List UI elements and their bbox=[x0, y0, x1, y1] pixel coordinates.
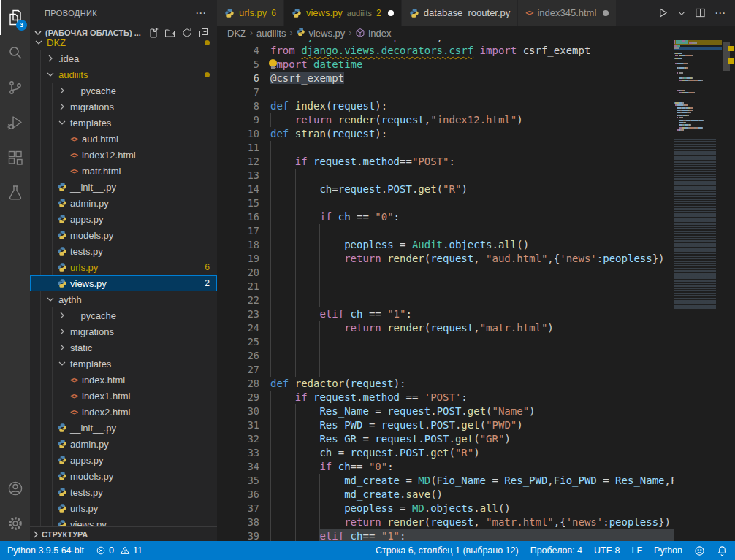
split-editor-icon[interactable] bbox=[695, 7, 706, 18]
search-icon[interactable] bbox=[0, 35, 30, 70]
code-line[interactable]: 37 peopless = MD.objects.all() bbox=[217, 502, 674, 515]
tree-item-templates[interactable]: templates bbox=[30, 115, 217, 131]
tree-item-urls.py[interactable]: urls.py6 bbox=[30, 259, 217, 275]
tree-item-index2.html[interactable]: <>index2.html bbox=[30, 404, 217, 420]
tree-item-DKZ[interactable]: DKZ bbox=[30, 39, 217, 50]
tree-item-index.html[interactable]: <>index.html bbox=[30, 372, 217, 388]
code-line[interactable]: 14 ch=request.POST.get("R") bbox=[217, 183, 674, 196]
tree-item-static[interactable]: static bbox=[30, 340, 217, 356]
code-line[interactable]: 22 bbox=[217, 294, 674, 307]
line-number[interactable]: 16 bbox=[217, 210, 259, 224]
tree-item-admin.py[interactable]: admin.py bbox=[30, 195, 217, 211]
line-number[interactable]: 21 bbox=[217, 280, 259, 294]
testing-icon[interactable] bbox=[0, 175, 30, 210]
feedback-smiley-icon[interactable] bbox=[694, 545, 705, 556]
code-line[interactable]: 34 if ch== "0": bbox=[217, 460, 674, 474]
notifications-bell-icon[interactable] bbox=[717, 545, 728, 556]
tree-item-aud.html[interactable]: <>aud.html bbox=[30, 131, 217, 147]
code-line[interactable]: 6@csrf_exempt bbox=[217, 72, 674, 85]
tree-item-views.py[interactable]: views.py bbox=[30, 516, 217, 527]
tree-item-tests.py[interactable]: tests.py bbox=[30, 484, 217, 500]
account-icon[interactable] bbox=[0, 471, 30, 506]
line-number[interactable]: 17 bbox=[217, 224, 259, 238]
tree-item-index12.html[interactable]: <>index12.html bbox=[30, 147, 217, 163]
line-number[interactable]: 31 bbox=[217, 418, 259, 432]
new-folder-icon[interactable] bbox=[164, 27, 176, 39]
run-debug-icon[interactable] bbox=[0, 105, 30, 140]
line-number[interactable]: 35 bbox=[217, 474, 259, 488]
line-number[interactable]: 39 bbox=[217, 529, 259, 541]
eol-status[interactable]: LF bbox=[631, 545, 642, 556]
line-number[interactable]: 23 bbox=[217, 307, 259, 321]
tree-item-__pycache__[interactable]: __pycache__ bbox=[30, 83, 217, 99]
dirty-dot-icon[interactable] bbox=[388, 10, 394, 16]
code-line[interactable]: 17 bbox=[217, 224, 674, 238]
collapse-all-icon[interactable] bbox=[198, 27, 210, 39]
tree-item-urls.py[interactable]: urls.py bbox=[30, 500, 217, 516]
line-number[interactable]: 24 bbox=[217, 321, 259, 335]
code-line[interactable]: 7 bbox=[217, 85, 674, 99]
tree-item-migrations[interactable]: migrations bbox=[30, 323, 217, 340]
cursor-position-status[interactable]: Строка 6, столбец 1 (выбрано 12) bbox=[376, 545, 519, 556]
indentation-status[interactable]: Пробелов: 4 bbox=[530, 545, 582, 556]
line-number[interactable]: 32 bbox=[217, 432, 259, 446]
outline-section-header[interactable]: СТРУКТУРА bbox=[30, 526, 217, 541]
line-number[interactable]: 18 bbox=[217, 238, 259, 252]
code-line[interactable]: 24 return render(request,"matr.html") bbox=[217, 321, 674, 335]
line-number[interactable]: 7 bbox=[217, 85, 259, 99]
line-number[interactable]: 14 bbox=[217, 183, 259, 196]
code-editor[interactable]: 3from aythh.models import MD,Audit4from … bbox=[217, 40, 674, 541]
line-number[interactable]: 6 bbox=[217, 72, 259, 85]
line-number[interactable]: 33 bbox=[217, 446, 259, 460]
tree-item-__init__.py[interactable]: __init__.py bbox=[30, 179, 217, 195]
more-actions-icon[interactable]: ⋯ bbox=[715, 7, 726, 20]
breadcrumb-item-symbol[interactable]: index bbox=[355, 28, 391, 39]
tree-item-index1.html[interactable]: <>index1.html bbox=[30, 388, 217, 404]
line-number[interactable]: 20 bbox=[217, 266, 259, 280]
code-line[interactable]: 30 Res_Name = request.POST.get("Name") bbox=[217, 404, 674, 418]
lightbulb-icon[interactable] bbox=[269, 59, 277, 67]
tree-item-.idea[interactable]: .idea bbox=[30, 50, 217, 66]
problems-status[interactable]: 0 11 bbox=[96, 545, 142, 556]
breadcrumb-item-folder[interactable]: DKZ bbox=[227, 28, 246, 39]
tree-item-models.py[interactable]: models.py bbox=[30, 468, 217, 484]
workspace-section-header[interactable]: (РАБОЧАЯ ОБЛАСТЬ) ... bbox=[30, 26, 217, 39]
line-number[interactable]: 27 bbox=[217, 363, 259, 377]
line-number[interactable]: 28 bbox=[217, 377, 259, 391]
tab-index345.html[interactable]: <>index345.html bbox=[518, 0, 617, 26]
code-line[interactable]: 8def index(request): bbox=[217, 99, 674, 113]
editor-scrollbar[interactable] bbox=[722, 40, 735, 541]
line-number[interactable]: 13 bbox=[217, 169, 259, 183]
code-line[interactable]: 10def stran(request): bbox=[217, 127, 674, 141]
code-line[interactable]: 21 bbox=[217, 280, 674, 294]
code-line[interactable]: 13 bbox=[217, 169, 674, 183]
code-line[interactable]: 4from django.views.decorators.csrf impor… bbox=[217, 44, 674, 58]
line-number[interactable]: 26 bbox=[217, 349, 259, 363]
code-line[interactable]: 15 bbox=[217, 196, 674, 210]
tree-item-admin.py[interactable]: admin.py bbox=[30, 436, 217, 452]
code-line[interactable]: 31 Res_PWD = request.POST.get("PWD") bbox=[217, 418, 674, 432]
tree-item-matr.html[interactable]: <>matr.html bbox=[30, 163, 217, 179]
code-line[interactable]: 19 return render(request, "aud.html",{'n… bbox=[217, 252, 674, 266]
dirty-dot-icon[interactable] bbox=[603, 10, 609, 16]
run-button[interactable] bbox=[658, 7, 669, 18]
line-number[interactable]: 29 bbox=[217, 391, 259, 404]
encoding-status[interactable]: UTF-8 bbox=[594, 545, 620, 556]
code-line[interactable]: 20 bbox=[217, 266, 674, 280]
new-file-icon[interactable] bbox=[148, 27, 159, 39]
tree-item-__pycache__[interactable]: __pycache__ bbox=[30, 307, 217, 323]
line-number[interactable]: 4 bbox=[217, 44, 259, 58]
run-dropdown-chevron-icon[interactable] bbox=[677, 9, 686, 18]
code-line[interactable]: 11 bbox=[217, 141, 674, 155]
code-line[interactable]: 35 md_create = MD(Fio_Name = Res_PWD,Fio… bbox=[217, 474, 674, 488]
tree-item-templates[interactable]: templates bbox=[30, 356, 217, 372]
line-number[interactable]: 34 bbox=[217, 460, 259, 474]
tree-item-migrations[interactable]: migrations bbox=[30, 99, 217, 115]
code-line[interactable]: 26 bbox=[217, 349, 674, 363]
line-number[interactable]: 5 bbox=[217, 58, 259, 72]
tree-item-audiiits[interactable]: audiiits bbox=[30, 66, 217, 83]
sidebar-more-actions-icon[interactable]: ⋯ bbox=[195, 7, 207, 20]
breadcrumb-item-folder[interactable]: audiiits bbox=[256, 28, 286, 39]
source-control-icon[interactable] bbox=[0, 70, 30, 105]
code-line[interactable]: 32 Res_GR = request.POST.get("GR") bbox=[217, 432, 674, 446]
